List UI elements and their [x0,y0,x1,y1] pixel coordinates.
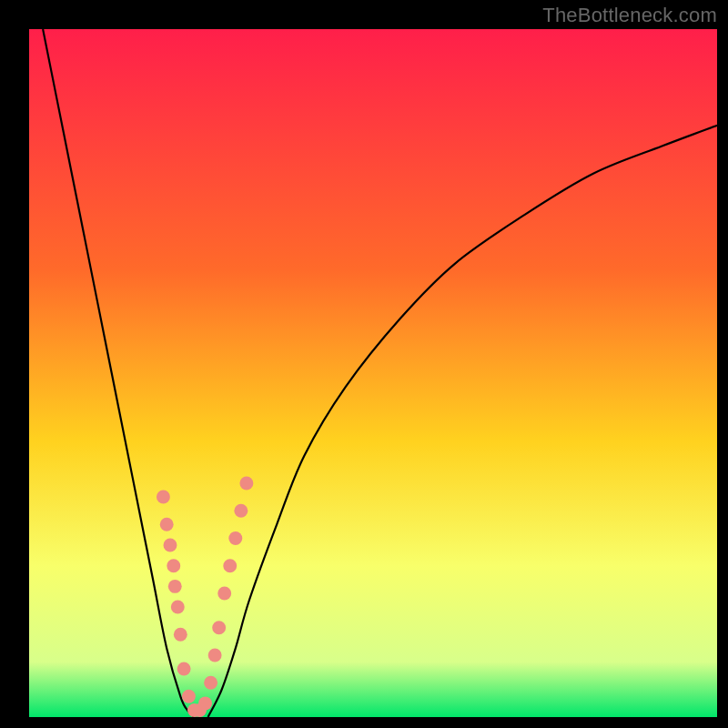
data-markers [157,476,253,716]
chart-plot [29,29,717,717]
data-point [198,696,212,710]
data-point [182,690,196,703]
data-point [223,559,237,572]
data-point [168,580,182,593]
data-point [174,628,187,642]
curve-right [208,126,717,717]
data-point [157,490,170,504]
data-point [204,676,217,690]
data-point [177,662,191,676]
data-point [160,518,174,531]
curve-left [43,29,194,717]
data-point [234,504,248,518]
watermark-text: TheBottleneck.com [542,4,717,27]
data-point [239,476,253,490]
chart-frame [27,27,719,719]
data-point [164,539,177,552]
data-point [208,648,222,662]
data-point [212,621,226,634]
data-point [167,559,180,572]
data-point [171,601,185,614]
data-point [228,531,242,545]
data-point [217,586,231,600]
